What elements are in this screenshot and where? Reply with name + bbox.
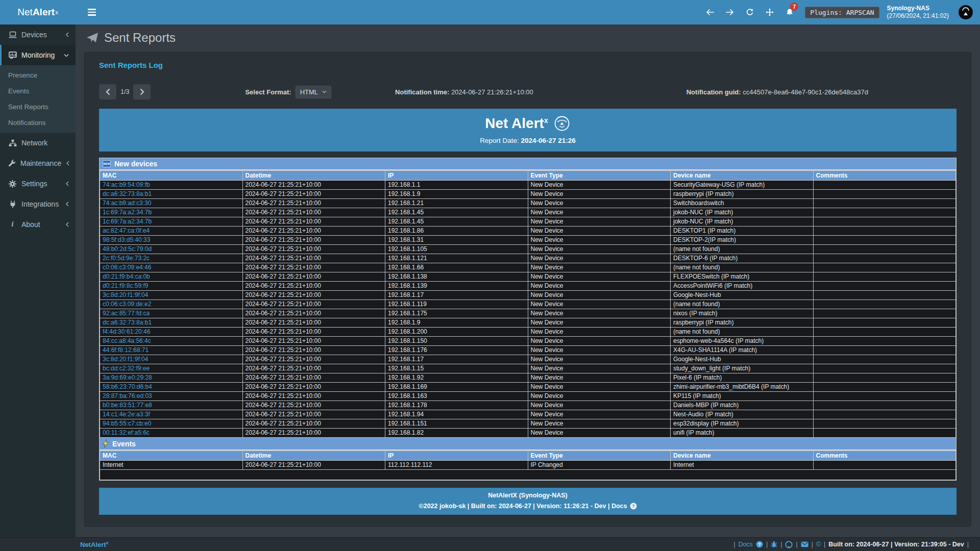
datetime-cell: 2024-06-27 21:25:21+10:00 [242, 355, 385, 364]
separator: | [733, 541, 735, 548]
sidebar-item-monitoring[interactable]: Monitoring [0, 45, 76, 65]
table-row: 14:c1:4e:2e:a3:3f2024-06-27 21:25:21+10:… [100, 410, 956, 419]
brand-prefix: Net [17, 7, 33, 18]
report-tables: NEW New devices MAC Datetime IP Event Ty… [99, 158, 957, 481]
mac-cell[interactable]: ac:82:47:ca:0f:e4 [100, 227, 243, 236]
mac-cell[interactable]: d0:21:f9:8c:59:f9 [100, 282, 243, 291]
mac-cell[interactable]: 2c:f0:5d:9e:73:2c [100, 254, 243, 263]
mac-cell[interactable]: 74:ac:b9:54:09:fb [100, 181, 243, 190]
mac-cell[interactable]: 14:c1:4e:2e:a3:3f [100, 410, 243, 419]
format-select[interactable]: HTML [296, 86, 331, 98]
statusbar-right: | Docs ? | | | | © | Built on: 2024-06-2… [733, 541, 969, 548]
comments-cell [813, 346, 956, 355]
event-type-cell: New Device [528, 181, 671, 190]
event-type-cell: New Device [528, 355, 671, 364]
device-name-cell: esphome-web-4a564c (IP match) [671, 337, 814, 346]
mac-cell[interactable]: 3a:9d:69:e0:29:28 [100, 373, 243, 383]
comments-cell [813, 236, 956, 245]
mac-cell[interactable]: 74:ac:b9:ad:c3:30 [100, 199, 243, 208]
mac-cell[interactable]: 1c:69:7a:a2:34:7b [100, 208, 243, 217]
question-circle-icon[interactable]: ? [756, 541, 763, 548]
device-name-cell: X4G-AU-SHA1114A (IP match) [671, 346, 814, 355]
report-date: Report Date: 2024-06-27 21:26 [99, 137, 957, 144]
sidebar-item-devices[interactable]: Devices [0, 24, 76, 45]
sidebar-item-label: Network [21, 139, 69, 147]
app-logo[interactable]: NetAlertx [0, 0, 76, 24]
user-avatar[interactable] [959, 5, 973, 19]
mac-cell[interactable]: c0:06:c3:09:de:e2 [100, 300, 243, 309]
sidebar-toggle-icon[interactable] [85, 6, 99, 19]
mail-icon[interactable] [801, 541, 808, 547]
mac-cell[interactable]: 84:cc:a8:4a:56:4c [100, 337, 243, 346]
ip-cell: 192.168.1.66 [385, 263, 528, 272]
mac-cell[interactable]: 28:87:ba:76:ed:03 [100, 392, 243, 401]
col-event-type: Event Type [528, 171, 671, 181]
mac-cell[interactable]: 58:b6:23:70:d6:b4 [100, 383, 243, 392]
comments-cell [813, 419, 956, 429]
next-page-button[interactable] [133, 84, 151, 99]
sidebar-item-maintenance[interactable]: Maintenance [0, 153, 76, 173]
chevron-left-icon [66, 161, 69, 166]
github-icon[interactable] [785, 541, 793, 548]
prev-page-button[interactable] [99, 84, 116, 99]
datetime-cell: 2024-06-27 21:25:21+10:00 [242, 263, 385, 272]
sent-reports-log-link[interactable]: Sent Reports Log [99, 61, 163, 69]
mac-cell[interactable]: 1c:69:7a:a2:34:7b [100, 217, 243, 227]
sidebar-item-notifications[interactable]: Notifications [0, 115, 76, 131]
content-panel: Sent Reports Log 1/3 Select Format: HTML [84, 52, 971, 527]
mac-cell[interactable]: b0:be:83:51:77:e8 [100, 401, 243, 410]
datetime-cell: 2024-06-27 21:25:21+10:00 [242, 383, 385, 392]
mac-cell[interactable]: bc:dd:c2:32:f9:ee [100, 364, 243, 373]
mac-cell[interactable]: 48:b0:2d:5c:79:0d [100, 245, 243, 254]
mac-cell: Internet [100, 461, 243, 470]
table-header-row: MAC Datetime IP Event Type Device name C… [100, 451, 956, 461]
mac-cell[interactable]: dc:a6:32:73:8a:b1 [100, 318, 243, 328]
docs-link[interactable]: Docs [738, 541, 752, 548]
mac-cell[interactable]: 98:5f:d3:d5:40:33 [100, 236, 243, 245]
mac-cell[interactable]: f4:4d:30:61:20:46 [100, 328, 243, 337]
mac-cell[interactable]: 3c:8d:20:f1:9f:04 [100, 291, 243, 300]
mac-cell[interactable]: 44:6f:f8:12:68:71 [100, 346, 243, 355]
notification-guid-group: Notification guid: cc44507e-8ea6-48e7-90… [687, 88, 868, 96]
event-type-cell: New Device [528, 300, 671, 309]
device-name-cell: (name not found) [671, 300, 814, 309]
plugins-status-badge[interactable]: Plugins: ARPSCAN [805, 7, 879, 18]
sidebar-item-network[interactable]: Network [0, 133, 76, 153]
question-circle-icon[interactable]: ? [630, 503, 637, 510]
bell-icon[interactable]: 7 [782, 5, 797, 20]
mac-cell[interactable]: c0:06:c3:09:e4:46 [100, 263, 243, 272]
comments-cell [813, 318, 956, 328]
sidebar-item-about[interactable]: i About [0, 214, 76, 235]
back-arrow-icon[interactable] [702, 5, 718, 20]
mac-cell[interactable]: 00:11:32:ef:a5:6c [100, 429, 243, 438]
sidebar-item-integrations[interactable]: Integrations [0, 194, 76, 214]
datetime-cell: 2024-06-27 21:25:21+10:00 [242, 208, 385, 217]
device-name-cell: (name not found) [671, 245, 814, 254]
laptop-icon [8, 31, 17, 38]
sidebar-item-settings[interactable]: Settings [0, 173, 76, 194]
table-row: dc:a6:32:73:8a:b12024-06-27 21:25:21+10:… [100, 190, 956, 199]
device-name-cell: zhimi-airpurifier-mb3_mibtD6B4 (IP match… [671, 383, 814, 392]
ip-cell: 192.168.1.45 [385, 217, 528, 227]
statusbar-brand-link[interactable]: NetAlertx [80, 540, 109, 548]
sidebar-item-sent-reports[interactable]: Sent Reports [0, 99, 76, 115]
svg-text:?: ? [632, 503, 635, 509]
mac-cell[interactable]: dc:a6:32:73:8a:b1 [100, 190, 243, 199]
refresh-icon[interactable] [742, 5, 757, 20]
mac-cell[interactable]: 92:ac:85:77:fd:ca [100, 309, 243, 318]
events-section-header: Events [100, 438, 956, 450]
mac-cell[interactable]: d0:21:f9:b4:ca:0b [100, 272, 243, 282]
table-row: bc:dd:c2:32:f9:ee2024-06-27 21:25:21+10:… [100, 364, 956, 373]
wrench-icon [8, 160, 16, 167]
move-icon[interactable] [762, 5, 777, 20]
table-row: 74:ac:b9:ad:c3:302024-06-27 21:25:21+10:… [100, 199, 956, 208]
device-name-cell: jokob-NUC (IP match) [671, 208, 814, 217]
bug-icon[interactable] [771, 541, 777, 548]
mac-cell[interactable]: 94:b5:55:c7:cb:e0 [100, 419, 243, 429]
sidebar-item-events[interactable]: Events [0, 83, 76, 99]
sidebar-item-presence[interactable]: Presence [0, 67, 76, 83]
mac-cell[interactable]: 3c:8d:20:f1:9f:04 [100, 355, 243, 364]
copyright-icon[interactable]: © [816, 541, 821, 548]
event-type-cell: New Device [528, 217, 671, 227]
forward-arrow-icon[interactable] [722, 5, 738, 20]
